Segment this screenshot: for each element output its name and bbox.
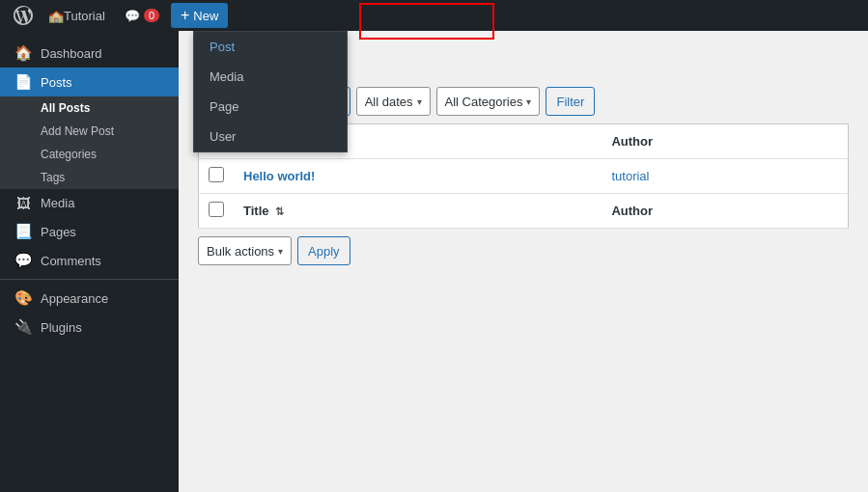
sidebar-item-posts-label: Posts [41,75,72,90]
admin-bar-comments[interactable]: 💬 0 [115,0,169,31]
all-categories-chevron: ▾ [526,96,531,107]
sidebar-item-posts[interactable]: 📄 Posts [0,68,179,96]
sidebar-item-comments[interactable]: 💬 Comments [0,246,179,275]
all-categories-label: All Categories [445,95,523,109]
admin-bar-new-button[interactable]: New [171,3,228,28]
table-cell-title: Hello world! [234,159,602,194]
sidebar-item-appearance[interactable]: 🎨 Appearance [0,284,179,313]
new-dropdown-menu: Post Media Page User [193,31,348,152]
table-footer-author: Author [602,194,848,229]
wp-logo[interactable] [8,0,39,31]
sidebar-item-media[interactable]: 🖼 Media [0,189,179,217]
sidebar-item-pages[interactable]: 📃 Pages [0,217,179,246]
pages-icon: 📃 [14,223,33,240]
new-dropdown-user[interactable]: User [194,122,347,151]
all-dates-dropdown[interactable]: All dates ▾ [356,87,431,116]
media-icon: 🖼 [14,195,33,211]
admin-bar-site-name[interactable]: 🏫 Tutorial [39,0,115,31]
title-sort-arrows-footer[interactable]: ⇅ [275,205,284,217]
sidebar: 🏠 Dashboard 📄 Posts All Posts Add New Po… [0,31,179,492]
dashboard-icon: 🏠 [14,44,33,62]
submenu-all-posts[interactable]: All Posts [0,96,179,120]
sidebar-item-pages-label: Pages [41,225,76,239]
select-all-footer-checkbox[interactable] [209,202,224,217]
bulk-actions-label-bottom: Bulk actions [207,244,274,259]
post-title-link-0[interactable]: Hello world! [243,169,315,183]
plugins-icon: 🔌 [14,318,33,336]
all-categories-dropdown[interactable]: All Categories ▾ [436,87,541,116]
appearance-icon: 🎨 [14,289,33,307]
bulk-actions-dropdown-bottom[interactable]: Bulk actions ▾ [198,236,292,265]
apply-button-bottom[interactable]: Apply [297,236,350,265]
sidebar-item-plugins[interactable]: 🔌 Plugins [0,313,179,342]
all-dates-label: All dates [365,95,413,109]
layout: 🏠 Dashboard 📄 Posts All Posts Add New Po… [0,31,868,492]
new-dropdown-post[interactable]: Post [194,32,347,62]
new-dropdown-page[interactable]: Page [194,92,347,122]
table-footer-title: Title ⇅ [234,194,602,229]
sidebar-item-dashboard-label: Dashboard [41,46,102,61]
sidebar-item-dashboard[interactable]: 🏠 Dashboard [0,39,179,68]
bulk-actions-chevron-bottom: ▾ [278,246,283,257]
sidebar-item-appearance-label: Appearance [41,291,108,306]
comments-icon: 💬 [14,252,33,269]
sidebar-item-media-label: Media [41,196,74,210]
all-dates-chevron: ▾ [417,96,422,107]
post-author-link-0[interactable]: tutorial [611,169,649,183]
posts-icon: 📄 [14,73,33,91]
bottom-toolbar: Bulk actions ▾ Apply [198,236,849,265]
table-header-author: Author [602,124,848,159]
sidebar-divider [0,279,179,280]
table-footer-row: Title ⇅ Author [199,194,849,229]
filter-button[interactable]: Filter [546,87,595,116]
table-footer-checkbox-col [199,194,235,229]
sidebar-item-comments-label: Comments [41,254,101,268]
admin-bar: 🏫 Tutorial 💬 0 New Post Media Page User [0,0,868,31]
sidebar-item-plugins-label: Plugins [41,320,82,335]
new-dropdown-media[interactable]: Media [194,62,347,92]
table-cell-checkbox [199,159,235,194]
row-checkbox-0[interactable] [209,167,224,182]
submenu-categories[interactable]: Categories [0,143,179,166]
submenu-tags[interactable]: Tags [0,166,179,189]
posts-submenu: All Posts Add New Post Categories Tags [0,96,179,189]
table-cell-author: tutorial [602,159,848,194]
submenu-add-new-post[interactable]: Add New Post [0,120,179,143]
table-row: Hello world! tutorial [199,159,849,194]
